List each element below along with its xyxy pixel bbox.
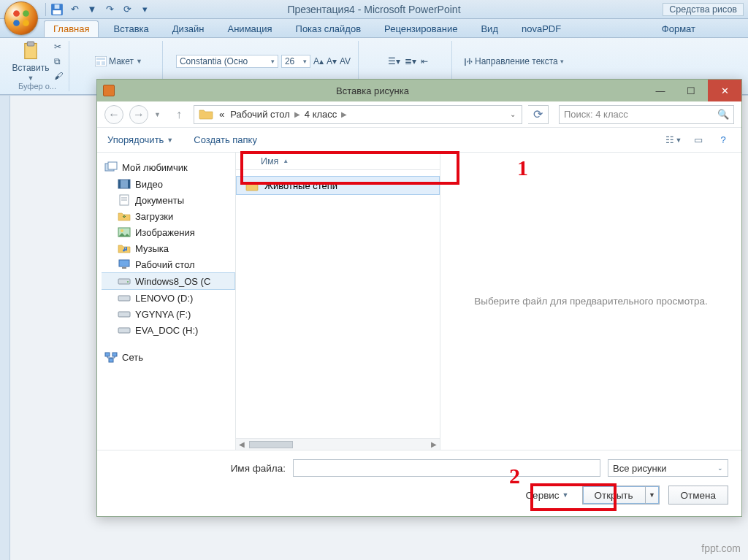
paste-button[interactable]: Вставить ▼ — [12, 41, 50, 82]
tree-item-hdrive[interactable]: EVA_DOC (H:) — [102, 322, 235, 338]
organize-menu[interactable]: Упорядочить▼ — [107, 134, 173, 145]
tree-item-music[interactable]: Музыка — [102, 240, 235, 256]
help-icon[interactable]: ? — [715, 134, 731, 147]
list-item[interactable]: Животные степи — [236, 176, 440, 195]
tree-item-downloads[interactable]: Загрузки — [102, 208, 235, 224]
column-header-name[interactable]: Имя ▲ — [236, 153, 440, 170]
nav-up-button[interactable]: ↑ — [170, 106, 188, 123]
tools-menu[interactable]: Сервис ▼ — [525, 490, 568, 501]
file-filter-combo[interactable]: Все рисунки⌄ — [608, 459, 728, 477]
svg-rect-29 — [118, 328, 130, 333]
cut-button[interactable]: ✂ — [54, 42, 63, 52]
close-button[interactable]: ✕ — [708, 80, 741, 101]
dialog-titlebar[interactable]: Вставка рисунка — ☐ ✕ — [97, 80, 741, 101]
nav-forward-button[interactable]: → — [129, 105, 148, 124]
view-list-icon[interactable]: ☷▼ — [665, 134, 682, 147]
repeat-icon[interactable]: ⟳ — [121, 3, 134, 16]
save-icon[interactable] — [50, 3, 64, 16]
filename-field[interactable] — [293, 459, 600, 477]
slide-thumbnail-gutter — [0, 96, 10, 560]
text-direction-button[interactable]: ‖Ⰰ Направление текста ▾ — [464, 56, 564, 66]
tree-item-cdrive[interactable]: Windows8_OS (C — [102, 272, 235, 290]
chevron-right-icon[interactable]: ▶ — [340, 110, 348, 118]
crumb-1[interactable]: 4 класс — [302, 109, 340, 120]
dialog-toolbar: Упорядочить▼ Создать папку ☷▼ ▭ ? — [97, 128, 741, 153]
watermark: fppt.com — [701, 542, 741, 554]
nav-history-dropdown[interactable]: ▼ — [154, 111, 164, 118]
preview-hint: Выберите файл для предварительного просм… — [474, 296, 708, 307]
maximize-button[interactable]: ☐ — [676, 82, 706, 99]
address-bar[interactable]: « Рабочий стол ▶ 4 класс ▶ ⌄ — [194, 105, 522, 124]
tab-animation[interactable]: Анимация — [219, 21, 281, 37]
qat-customize-icon[interactable]: ▾ — [138, 3, 151, 16]
numbering-icon[interactable]: ≣▾ — [405, 56, 416, 66]
file-list[interactable]: Имя ▲ Животные степи ◀▶ — [236, 153, 440, 450]
shrink-font-icon[interactable]: A▾ — [327, 56, 337, 66]
char-spacing-icon[interactable]: AV — [340, 56, 351, 66]
tab-design[interactable]: Дизайн — [164, 21, 213, 37]
indent-icon[interactable]: ⇤ — [421, 56, 428, 66]
redo-icon[interactable]: ↷ — [103, 3, 116, 16]
tab-home[interactable]: Главная — [44, 20, 99, 37]
open-button[interactable]: Открыть ▼ — [582, 486, 660, 505]
svg-rect-11 — [96, 61, 100, 65]
layout-label: Макет — [109, 56, 134, 66]
svg-point-4 — [23, 10, 29, 17]
folder-icon — [199, 108, 213, 121]
tab-insert[interactable]: Вставка — [104, 21, 157, 37]
office-button[interactable] — [4, 1, 38, 35]
new-folder-button[interactable]: Создать папку — [194, 134, 257, 145]
contextual-tab-label[interactable]: Средства рисов — [663, 3, 744, 16]
svg-rect-1 — [53, 10, 61, 15]
crumb-prefix[interactable]: « — [216, 109, 227, 120]
undo-dropdown-icon[interactable]: ▼ — [85, 3, 99, 16]
tab-novapdf[interactable]: novaPDF — [513, 21, 570, 37]
group-clipboard: Вставить ▼ ✂ ⧉ 🖌 Буфер о... — [6, 41, 69, 91]
copy-button[interactable]: ⧉ — [54, 56, 63, 66]
dialog-body: Мой любимчик Видео Документы Загрузки Из… — [97, 153, 741, 450]
annotation-number-1: 1 — [517, 156, 528, 180]
font-size-combo[interactable]: 26▾ — [281, 55, 310, 68]
refresh-button[interactable]: ⟳ — [528, 105, 549, 124]
layout-dropdown[interactable]: Макет▼ — [95, 56, 142, 66]
tree-network[interactable]: Сеть — [102, 348, 235, 366]
svg-point-3 — [13, 10, 20, 17]
tree-item-documents[interactable]: Документы — [102, 192, 235, 208]
insert-picture-dialog: Вставка рисунка — ☐ ✕ ← → ▼ ↑ « Рабочий … — [96, 79, 742, 517]
minimize-button[interactable]: — — [645, 82, 676, 99]
chevron-right-icon[interactable]: ▶ — [293, 110, 302, 118]
tab-view[interactable]: Вид — [472, 21, 507, 37]
tree-item-images[interactable]: Изображения — [102, 224, 235, 240]
svg-rect-24 — [122, 267, 126, 269]
search-box[interactable]: Поиск: 4 класс 🔍 — [559, 105, 734, 124]
undo-icon[interactable]: ↶ — [68, 3, 81, 16]
format-painter-button[interactable]: 🖌 — [54, 71, 63, 81]
tree-item-ddrive[interactable]: LENOVO (D:) — [102, 290, 235, 306]
list-hscroll[interactable]: ◀▶ — [236, 438, 440, 450]
font-name-combo[interactable]: Constantia (Осно▾ — [176, 55, 278, 68]
tree-favorites[interactable]: Мой любимчик — [102, 158, 235, 176]
folder-icon — [245, 180, 259, 191]
nav-tree[interactable]: Мой любимчик Видео Документы Загрузки Из… — [97, 153, 236, 450]
tree-item-desktop[interactable]: Рабочий стол — [102, 256, 235, 272]
address-dropdown-icon[interactable]: ⌄ — [505, 110, 520, 118]
preview-pane-icon[interactable]: ▭ — [690, 134, 706, 147]
crumb-0[interactable]: Рабочий стол — [227, 109, 293, 120]
svg-rect-27 — [118, 296, 130, 301]
cancel-button[interactable]: Отмена — [668, 486, 728, 505]
bullets-icon[interactable]: ☰▾ — [388, 56, 400, 66]
svg-rect-14 — [108, 162, 117, 169]
search-icon: 🔍 — [717, 109, 729, 120]
tree-item-video[interactable]: Видео — [102, 176, 235, 192]
tree-item-fdrive[interactable]: YGYNYA (F:) — [102, 306, 235, 322]
tab-review[interactable]: Рецензирование — [375, 21, 466, 37]
sort-asc-icon: ▲ — [283, 158, 289, 164]
nav-back-button[interactable]: ← — [104, 105, 123, 124]
grow-font-icon[interactable]: A▴ — [313, 56, 324, 66]
svg-rect-28 — [118, 312, 130, 317]
svg-rect-8 — [27, 42, 34, 46]
tab-format[interactable]: Формат — [653, 21, 704, 37]
preview-pane: Выберите файл для предварительного просм… — [440, 153, 741, 450]
tab-slideshow[interactable]: Показ слайдов — [287, 21, 370, 37]
open-dropdown-icon[interactable]: ▼ — [646, 491, 659, 499]
